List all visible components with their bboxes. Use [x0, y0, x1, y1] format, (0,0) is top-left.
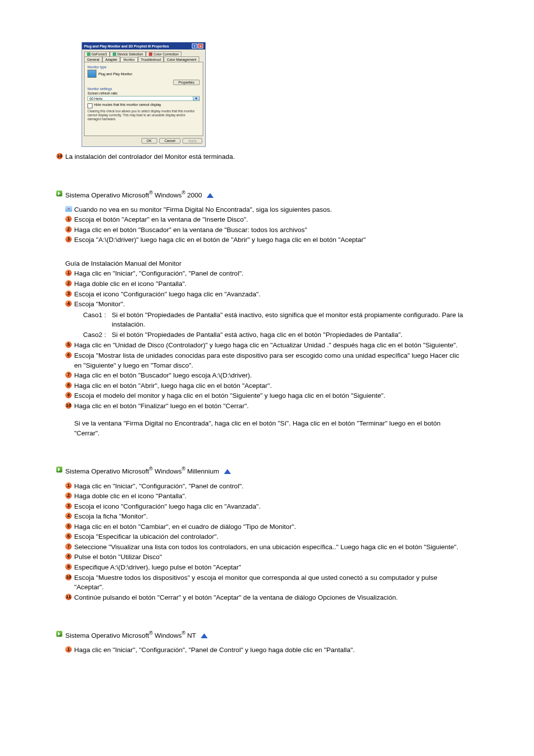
step-text: Escoja el icono "Configuración" luego ha… — [74, 289, 467, 299]
monitor-name: Plug and Play Monitor — [98, 72, 132, 76]
step-row: 10Escoja "Muestre todos los dispositivos… — [65, 573, 467, 592]
step-row: 3Escoja el icono "Configuración" luego h… — [65, 502, 467, 512]
tab-geforce3[interactable]: GeForce3 — [84, 51, 110, 56]
step-row: 1Escoja el botón "Aceptar" en la ventana… — [65, 215, 467, 225]
step-text: Haga clic en el botón "Buscador" en la v… — [74, 225, 467, 235]
step-text: Continúe pulsando el botón "Cerrar" y el… — [74, 593, 467, 603]
up-triangle-icon[interactable] — [201, 633, 208, 638]
dialog-title-text: Plug and Play Monitor and 3D Prophet III… — [84, 45, 192, 48]
tab-device-selection[interactable]: Device Selection — [110, 51, 146, 56]
step-text: Seleccione "Visualizar una lista con tod… — [74, 542, 467, 552]
cancel-button[interactable]: Cancel — [159, 138, 181, 143]
chevron-down-icon: ▾ — [193, 96, 199, 100]
caso1-text: Si el botón "Propiedades de Pantalla" es… — [112, 310, 467, 330]
step-text: Haga clic en el botón "Finalizar" luego … — [74, 401, 467, 411]
step-row: 1Haga clic en "Iniciar", "Configuración"… — [65, 481, 467, 491]
step-text: Escoja la ficha "Monitor". — [74, 512, 467, 521]
refresh-rate-label: Screen refresh rate: — [88, 92, 200, 95]
step-text: Haga clic en el botón "Abrir", luego hag… — [74, 381, 467, 391]
tab-adapter[interactable]: Adapter — [102, 56, 121, 62]
properties-dialog: Plug and Play Monitor and 3D Prophet III… — [82, 42, 206, 147]
hide-modes-checkbox[interactable] — [88, 103, 92, 108]
step-text: Haga clic en el botón "Buscador" luego e… — [74, 371, 467, 380]
step-badge-9-icon: 9 — [65, 564, 72, 570]
step-badge-10-icon: 10 — [56, 153, 63, 159]
refresh-rate-select[interactable]: 60 Hertz ▾ — [88, 96, 200, 101]
step-text: Haga doble clic en el icono "Pantalla". — [74, 491, 467, 501]
step-badge-1-icon: 1 — [65, 216, 72, 222]
manual-guide-heading: Guía de Instalación Manual del Monitor — [65, 259, 467, 269]
tab-color-management[interactable]: Color Management — [164, 56, 199, 62]
tabs: GeForce3 Device Selection Color Correcti… — [82, 49, 205, 136]
step-badge-10-icon: 10 — [65, 402, 72, 409]
heading-winnt: Sistema Operativo Microsoft® Windows® NT — [65, 630, 467, 640]
step-text: Escoja el modelo del monitor y haga clic… — [74, 391, 467, 401]
refresh-rate-value: 60 Hertz — [89, 97, 102, 100]
step-row: 2Haga doble clic en el icono "Pantalla". — [65, 279, 467, 289]
step-row: 8Pulse el botón "Utilizar Disco" — [65, 552, 467, 562]
monitor-type-label: Monitor type — [88, 65, 200, 69]
step-row: 6Escoja "Mostrar lista de unidades conoc… — [65, 351, 467, 370]
step-row: 4Escoja "Monitor". — [65, 299, 467, 309]
step-text: Escoja "Muestre todos los dispositivos" … — [74, 573, 467, 592]
win2000-note: Si ve la ventana "Firma Digital no Encon… — [74, 419, 467, 438]
close-icon[interactable]: × — [198, 44, 203, 48]
step-badge-2-icon: 2 — [65, 492, 72, 499]
tab-general[interactable]: General — [84, 56, 102, 62]
tab-color-correction[interactable]: Color Correction — [146, 51, 181, 56]
up-triangle-icon[interactable] — [207, 193, 214, 198]
step-badge-6-icon: 6 — [65, 352, 72, 358]
monitor-icon — [88, 70, 96, 78]
section-arrow-icon — [56, 631, 62, 637]
step-text: Escoja "Mostrar lista de unidades conoci… — [74, 351, 467, 370]
step-row: 7Haga clic en el botón "Buscador" luego … — [65, 371, 467, 380]
step-text: Especifique A:\(D:\driver), luego pulse … — [74, 563, 467, 572]
step-text: Escoja el icono "Configuración" luego ha… — [74, 502, 467, 512]
apply-button[interactable]: Apply — [182, 138, 202, 143]
page: Plug and Play Monitor and 3D Prophet III… — [0, 42, 534, 655]
step-text: Escoja "Monitor". — [74, 299, 467, 309]
step-badge-4-icon: 4 — [65, 513, 72, 519]
step-badge-3-icon: 3 — [65, 236, 72, 242]
step-badge-8-icon: 8 — [65, 382, 72, 388]
caso2-text: Si el botón "Propiedades de Pantalla" es… — [112, 330, 467, 340]
properties-button[interactable]: Properties — [173, 80, 200, 85]
hide-modes-label: Hide modes that this monitor cannot disp… — [94, 103, 161, 106]
ok-button[interactable]: OK — [141, 138, 157, 143]
step-badge-7-icon: 7 — [65, 372, 72, 378]
step-badge-10-icon: 10 — [65, 574, 72, 580]
step-row: 2Haga clic en el botón "Buscador" en la … — [65, 225, 467, 235]
dialog-screenshot: Plug and Play Monitor and 3D Prophet III… — [82, 42, 206, 147]
step-badge-2-icon: 2 — [65, 280, 72, 286]
step-text: Haga clic en el botón "Cambiar", en el c… — [74, 522, 467, 532]
step-row: 2Haga doble clic en el icono "Pantalla". — [65, 491, 467, 501]
heading-winme: Sistema Operativo Microsoft® Windows® Mi… — [65, 466, 467, 476]
caso2: Caso2 : Si el botón "Propiedades de Pant… — [83, 330, 467, 340]
step-row: 9Escoja el modelo del monitor y haga cli… — [65, 391, 467, 401]
step-text: Haga clic en "Iniciar", "Configuración",… — [74, 481, 467, 491]
step-text: Haga doble clic en el icono "Pantalla". — [74, 279, 467, 289]
help-icon[interactable]: ? — [192, 44, 197, 48]
step-badge-5-icon: 5 — [65, 341, 72, 348]
monitor-settings-label: Monitor settings — [88, 87, 200, 91]
document-content: 10 La instalación del controlador del Mo… — [56, 152, 467, 655]
win2000-info: Cuando no vea en su monitor "Firma Digit… — [74, 205, 467, 215]
step-row: 9Especifique A:\(D:\driver), luego pulse… — [65, 563, 467, 572]
up-triangle-icon[interactable] — [224, 469, 231, 474]
tab-troubleshoot[interactable]: Troubleshoot — [138, 56, 164, 62]
step-badge-3-icon: 3 — [65, 290, 72, 297]
step-badge-9-icon: 9 — [65, 392, 72, 398]
dialog-titlebar: Plug and Play Monitor and 3D Prophet III… — [82, 43, 205, 49]
hide-modes-hint: Clearing this check box allows you to se… — [88, 109, 200, 121]
caso1-label: Caso1 : — [83, 310, 112, 330]
caso2-label: Caso2 : — [83, 330, 112, 340]
caso1: Caso1 : Si el botón "Propiedades de Pant… — [83, 310, 467, 330]
step-badge-3-icon: 3 — [65, 503, 72, 509]
step-row: 11Continúe pulsando el botón "Cerrar" y … — [65, 593, 467, 603]
step-text: Escoja "Especificar la ubicación del con… — [74, 532, 467, 542]
section-arrow-icon — [56, 190, 62, 196]
color-icon — [149, 52, 152, 56]
step-badge-5-icon: 5 — [65, 523, 72, 529]
step-row: 6Escoja "Especificar la ubicación del co… — [65, 532, 467, 542]
step-row: 1Haga clic en "Iniciar", "Configuración"… — [65, 269, 467, 279]
